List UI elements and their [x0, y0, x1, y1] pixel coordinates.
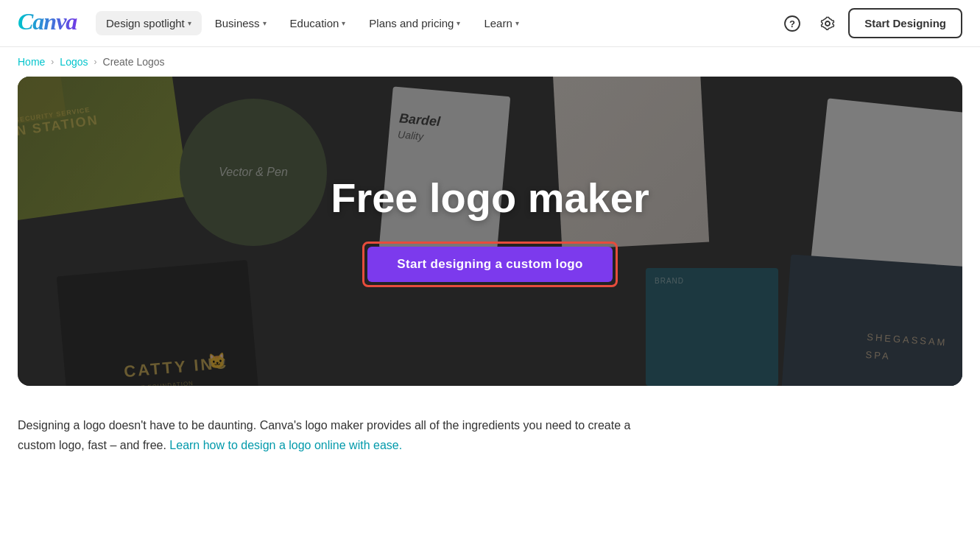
nav-item-business[interactable]: Business ▾ — [205, 11, 277, 35]
description-link[interactable]: Learn how to design a logo online with e… — [169, 439, 402, 451]
svg-text:?: ? — [789, 18, 795, 29]
breadcrumb-separator-2: › — [94, 57, 97, 67]
chevron-down-icon: ▾ — [188, 19, 191, 27]
breadcrumb-separator-1: › — [51, 57, 54, 67]
breadcrumb-current: Create Logos — [103, 56, 165, 68]
chevron-down-icon: ▾ — [263, 19, 267, 27]
header-actions: ? Start Designing — [778, 8, 962, 38]
help-button[interactable]: ? — [778, 9, 807, 38]
nav-item-education[interactable]: Education ▾ — [280, 11, 356, 35]
hero-cta-button[interactable]: Start designing a custom logo — [367, 247, 612, 282]
breadcrumb-logos[interactable]: Logos — [60, 56, 88, 68]
hero-cta-wrapper: Start designing a custom logo — [362, 242, 617, 287]
description-section: Designing a logo doesn't have to be daun… — [0, 386, 663, 473]
breadcrumb-home[interactable]: Home — [18, 56, 45, 68]
breadcrumb: Home › Logos › Create Logos — [0, 47, 980, 77]
canva-logo[interactable]: Canva — [18, 7, 84, 39]
chevron-down-icon: ▾ — [456, 19, 460, 27]
hero-banner: SECURITY SERVICE N STATION Vector & Pen … — [18, 77, 962, 386]
header: Canva Design spotlight ▾ Business ▾ Educ… — [0, 0, 980, 47]
nav-item-design-spotlight[interactable]: Design spotlight ▾ — [96, 11, 202, 35]
hero-title: Free logo maker — [331, 175, 649, 221]
settings-button[interactable] — [813, 9, 842, 38]
chevron-down-icon: ▾ — [515, 19, 519, 27]
chevron-down-icon: ▾ — [342, 19, 345, 27]
description-text: Designing a logo doesn't have to be daun… — [18, 415, 645, 455]
svg-text:Canva: Canva — [18, 8, 77, 34]
main-nav: Design spotlight ▾ Business ▾ Education … — [96, 11, 778, 35]
nav-item-learn[interactable]: Learn ▾ — [473, 11, 529, 35]
nav-item-plans-pricing[interactable]: Plans and pricing ▾ — [359, 11, 470, 35]
hero-content: Free logo maker Start designing a custom… — [18, 77, 962, 386]
start-designing-button[interactable]: Start Designing — [848, 8, 962, 38]
